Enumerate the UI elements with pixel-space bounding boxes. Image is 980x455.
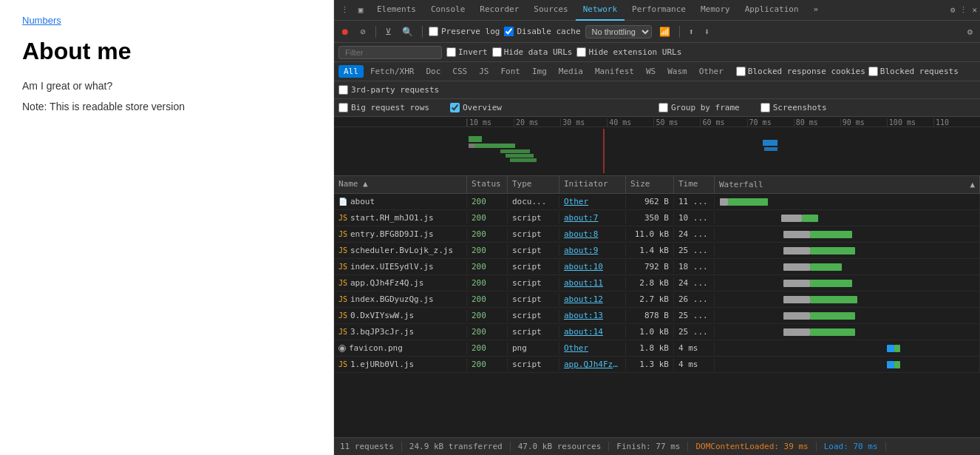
td-type: script — [508, 244, 559, 257]
th-name[interactable]: Name ▲ — [334, 176, 467, 193]
table-row[interactable]: JS index.BGDyuzQg.js 200 script about:12… — [334, 291, 980, 308]
table-row[interactable]: JS 1.ejURb0Vl.js 200 script app.QJh4Fz..… — [334, 357, 980, 373]
overview-label[interactable]: Overview — [450, 103, 502, 112]
invert-label[interactable]: Invert — [446, 47, 488, 57]
disable-cache-label[interactable]: Disable cache — [504, 27, 580, 36]
td-initiator[interactable]: about:12 — [559, 293, 626, 306]
tab-console[interactable]: Console — [423, 0, 472, 21]
td-initiator[interactable]: about:8 — [559, 228, 626, 240]
filter-icon[interactable]: ⊻ — [382, 25, 395, 38]
export-icon[interactable]: ⬇ — [701, 25, 712, 38]
group-by-frame-checkbox[interactable] — [659, 103, 668, 112]
type-btn-media[interactable]: Media — [554, 65, 588, 78]
type-btn-doc[interactable]: Doc — [421, 65, 446, 78]
td-initiator[interactable]: about:13 — [559, 309, 626, 322]
preserve-log-label[interactable]: Preserve log — [429, 27, 500, 36]
network-conditions-icon[interactable]: 📶 — [656, 25, 673, 38]
screenshots-checkbox[interactable] — [760, 103, 770, 112]
stop-record-button[interactable]: ⊘ — [356, 25, 370, 38]
blocked-response-cookies-checkbox[interactable] — [736, 67, 746, 76]
th-size[interactable]: Size — [626, 176, 674, 193]
table-row[interactable]: JS index.UIE5ydlV.js 200 script about:10… — [334, 259, 980, 275]
type-btn-other[interactable]: Other — [694, 65, 729, 78]
hide-data-urls-checkbox[interactable] — [492, 47, 502, 57]
td-initiator[interactable]: about:11 — [559, 277, 626, 289]
type-btn-fetch[interactable]: Fetch/XHR — [365, 65, 420, 78]
th-type[interactable]: Type — [508, 176, 559, 193]
type-btn-img[interactable]: Img — [527, 65, 552, 78]
th-time[interactable]: Time — [674, 176, 715, 193]
disable-cache-checkbox[interactable] — [504, 27, 514, 36]
hide-extension-urls-label[interactable]: Hide extension URLs — [576, 47, 681, 57]
td-time: 24 ... — [674, 228, 715, 240]
group-by-frame-label[interactable]: Group by frame — [659, 103, 740, 112]
devtools-toggle-icon[interactable]: ▣ — [353, 3, 368, 18]
devtools-settings-icon[interactable]: ⋮ — [337, 3, 352, 18]
td-waterfall — [715, 259, 980, 275]
table-row[interactable]: JS scheduler.BvLojk_z.js 200 script abou… — [334, 243, 980, 259]
tab-sources[interactable]: Sources — [526, 0, 575, 21]
td-status: 200 — [467, 212, 508, 224]
third-party-label[interactable]: 3rd-party requests — [338, 85, 439, 95]
table-row[interactable]: JS app.QJh4Fz4Q.js 200 script about:11 2… — [334, 275, 980, 291]
type-btn-ws[interactable]: WS — [641, 65, 661, 78]
type-btn-wasm[interactable]: Wasm — [662, 65, 693, 78]
throttling-select[interactable]: No throttling — [585, 25, 652, 38]
td-size: 2.8 kB — [626, 277, 674, 289]
table-row[interactable]: 📄 about 200 docu... Other 962 B 11 ... — [334, 194, 980, 210]
screenshots-label[interactable]: Screenshots — [760, 103, 827, 112]
th-waterfall[interactable]: Waterfall ▲ — [715, 176, 980, 193]
th-initiator[interactable]: Initiator — [559, 176, 626, 193]
close-devtools-icon[interactable]: ✕ — [972, 5, 977, 15]
td-size: 1.0 kB — [626, 326, 674, 338]
tab-memory[interactable]: Memory — [693, 0, 738, 21]
tab-recorder[interactable]: Recorder — [472, 0, 526, 21]
tab-application[interactable]: Application — [738, 0, 806, 21]
record-button[interactable]: ⏺ — [338, 25, 352, 38]
numbers-link[interactable]: Numbers — [22, 15, 311, 26]
td-initiator[interactable]: Other — [559, 342, 626, 354]
tab-more[interactable]: » — [806, 0, 826, 21]
td-initiator[interactable]: about:10 — [559, 260, 626, 273]
filter-input[interactable] — [338, 46, 442, 59]
type-btn-font[interactable]: Font — [495, 65, 525, 78]
tab-performance[interactable]: Performance — [625, 0, 693, 21]
type-btn-all[interactable]: All — [338, 65, 364, 78]
network-settings-icon[interactable]: ⚙ — [964, 25, 976, 38]
th-status[interactable]: Status — [467, 176, 508, 193]
td-initiator[interactable]: about:9 — [559, 244, 626, 257]
settings-gear-icon[interactable]: ⚙ — [950, 5, 956, 15]
invert-checkbox[interactable] — [446, 47, 456, 57]
td-type: script — [508, 326, 559, 338]
import-icon[interactable]: ⬆ — [686, 25, 697, 38]
hide-data-urls-label[interactable]: Hide data URLs — [492, 47, 573, 57]
table-row[interactable]: JS 3.bqJP3cJr.js 200 script about:14 1.0… — [334, 324, 980, 340]
type-filter-bar: All Fetch/XHR Doc CSS JS Font Img Media … — [334, 62, 980, 81]
tab-network[interactable]: Network — [576, 0, 625, 21]
type-btn-css[interactable]: CSS — [447, 65, 472, 78]
table-row[interactable]: JS entry.BFG8D9JI.js 200 script about:8 … — [334, 226, 980, 243]
preserve-log-checkbox[interactable] — [429, 27, 438, 36]
overview-checkbox[interactable] — [450, 103, 460, 112]
table-row[interactable]: ● favicon.png 200 png Other 1.8 kB 4 ms — [334, 340, 980, 357]
blocked-requests-label[interactable]: Blocked requests — [868, 67, 959, 76]
search-icon[interactable]: 🔍 — [399, 25, 416, 38]
td-initiator[interactable]: about:7 — [559, 212, 626, 224]
big-request-rows-label[interactable]: Big request rows — [338, 103, 429, 112]
more-options-icon[interactable]: ⋮ — [959, 5, 967, 15]
table-row[interactable]: JS start.RH_mhJO1.js 200 script about:7 … — [334, 210, 980, 226]
blocked-requests-checkbox[interactable] — [868, 67, 878, 76]
td-initiator[interactable]: app.QJh4Fz... — [559, 358, 626, 371]
hide-extension-urls-checkbox[interactable] — [576, 47, 586, 57]
big-request-rows-checkbox[interactable] — [338, 103, 348, 112]
tab-elements[interactable]: Elements — [370, 0, 423, 21]
td-initiator[interactable]: Other — [559, 195, 626, 208]
table-row[interactable]: JS 0.DxVIYswW.js 200 script about:13 878… — [334, 308, 980, 324]
page-subtitle: Am I great or what? — [22, 80, 311, 92]
third-party-checkbox[interactable] — [338, 85, 348, 95]
type-btn-manifest[interactable]: Manifest — [590, 65, 639, 78]
td-initiator[interactable]: about:14 — [559, 326, 626, 338]
type-btn-js[interactable]: JS — [474, 65, 494, 78]
td-name: JS start.RH_mhJO1.js — [334, 212, 467, 224]
blocked-response-cookies-label[interactable]: Blocked response cookies — [736, 67, 865, 76]
